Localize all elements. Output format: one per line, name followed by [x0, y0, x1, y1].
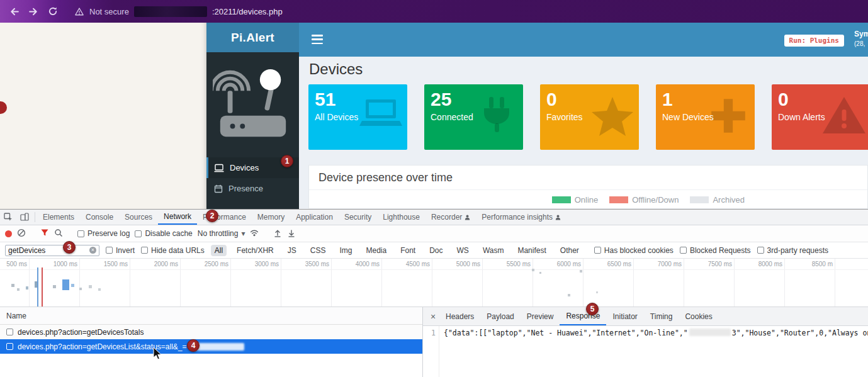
run-plugins-button[interactable]: Run: Plugins	[784, 35, 844, 47]
forward-icon[interactable]	[28, 6, 39, 17]
throttling-select[interactable]: No throttling▾	[198, 229, 245, 238]
tab-payload[interactable]: Payload	[480, 307, 520, 325]
tab-response[interactable]: Response	[560, 307, 606, 325]
timeline-tick: 3500 ms	[281, 259, 332, 307]
tab-security[interactable]: Security	[339, 210, 377, 225]
blocked-requests-checkbox[interactable]: Blocked Requests	[680, 246, 751, 255]
redacted-response-value	[689, 329, 731, 336]
tab-elements[interactable]: Elements	[37, 210, 80, 225]
checkbox[interactable]	[141, 247, 148, 254]
tab-timing[interactable]: Timing	[644, 307, 679, 325]
checkbox[interactable]	[6, 343, 13, 350]
checkbox[interactable]	[594, 247, 601, 254]
search-icon[interactable]	[54, 228, 63, 239]
card-label: All Devices	[308, 110, 407, 122]
not-secure-label: Not secure	[89, 7, 129, 16]
inspect-element-icon[interactable]	[0, 210, 16, 225]
tab-memory[interactable]: Memory	[252, 210, 290, 225]
presence-panel: Device presence over time Online Offline…	[308, 165, 868, 209]
checkbox[interactable]	[757, 247, 764, 254]
tab-sources[interactable]: Sources	[119, 210, 158, 225]
menu-toggle-icon[interactable]	[312, 35, 323, 44]
clear-filter-icon[interactable]: ×	[89, 247, 96, 254]
reload-icon[interactable]	[48, 6, 58, 16]
checkbox[interactable]	[6, 329, 13, 335]
card-all-devices[interactable]: 51 All Devices	[308, 84, 407, 150]
card-favorites[interactable]: 0 Favorites	[540, 84, 639, 150]
hide-data-urls-checkbox[interactable]: Hide data URLs	[141, 246, 205, 255]
network-overview-timeline[interactable]: 500 ms 1000 ms 1500 ms 2000 ms 2500 ms 3…	[0, 259, 868, 307]
user-meta: (28,	[854, 40, 868, 47]
card-connected[interactable]: 25 Connected	[424, 84, 523, 150]
filter-type-ws[interactable]: WS	[453, 245, 473, 256]
selected-request-bar	[62, 279, 69, 290]
tab-cookies[interactable]: Cookies	[679, 307, 718, 325]
request-row[interactable]: devices.php?action=getDevicesTotals	[0, 325, 422, 339]
filter-type-media[interactable]: Media	[362, 245, 390, 256]
tab-performance-insights[interactable]: Performance insights	[476, 210, 566, 225]
requests-table-header[interactable]: Name	[0, 307, 422, 325]
checkbox[interactable]	[135, 230, 142, 237]
preserve-log-checkbox[interactable]: Preserve log	[77, 229, 130, 238]
request-name: devices.php?action=getDevicesTotals	[18, 328, 144, 337]
filter-type-manifest[interactable]: Manifest	[514, 245, 550, 256]
tab-preview[interactable]: Preview	[521, 307, 560, 325]
legend-label: Archived	[713, 195, 745, 205]
filter-type-js[interactable]: JS	[284, 245, 300, 256]
tab-lighthouse[interactable]: Lighthouse	[377, 210, 426, 225]
requests-table: Name devices.php?action=getDevicesTotals…	[0, 307, 423, 377]
timeline-tick: 5000 ms	[432, 259, 483, 307]
card-new-devices[interactable]: 1 New Devices	[656, 84, 755, 150]
timeline-activity-mark	[580, 270, 582, 273]
filter-type-wasm[interactable]: Wasm	[479, 245, 508, 256]
checkbox[interactable]	[77, 230, 84, 237]
back-icon[interactable]	[9, 6, 20, 17]
tab-headers[interactable]: Headers	[439, 307, 480, 325]
filter-icon[interactable]	[40, 228, 49, 239]
divider	[309, 189, 867, 190]
devtools-tabbar: Elements Console Sources Network Perform…	[0, 210, 868, 225]
sidebar-item-presence[interactable]: Presence	[206, 178, 299, 199]
tab-application[interactable]: Application	[290, 210, 339, 225]
tab-initiator[interactable]: Initiator	[606, 307, 643, 325]
header-user-info[interactable]: Sym (28,	[854, 30, 868, 47]
tab-console[interactable]: Console	[80, 210, 119, 225]
has-blocked-cookies-checkbox[interactable]: Has blocked cookies	[594, 246, 674, 255]
timeline-tick: 4000 ms	[332, 259, 382, 307]
response-viewer[interactable]: 1 {"data":[["laptop","Net - Huawei","Int…	[423, 326, 868, 377]
app-brand[interactable]: Pi.Alert	[206, 23, 299, 52]
close-icon[interactable]: ×	[427, 307, 439, 325]
app-sidebar: Pi.Alert Devices Presence	[206, 23, 299, 209]
card-down-alerts[interactable]: 0 Down Alerts	[772, 84, 868, 150]
filter-type-css[interactable]: CSS	[307, 245, 330, 256]
tab-network[interactable]: Network	[158, 210, 197, 225]
disable-cache-checkbox[interactable]: Disable cache	[135, 229, 192, 238]
filter-type-all[interactable]: All	[211, 245, 227, 256]
record-icon[interactable]	[5, 230, 12, 237]
timeline-tick: 7000 ms	[634, 259, 684, 307]
address-bar[interactable]: Not secure :20211/devices.php	[74, 6, 283, 17]
checkbox[interactable]	[680, 247, 687, 254]
network-conditions-icon[interactable]	[250, 228, 259, 239]
annotation-badge-5: 5	[586, 303, 599, 315]
page-title: Devices	[309, 60, 363, 78]
timeline-activity-mark	[53, 285, 56, 288]
filter-type-fetch[interactable]: Fetch/XHR	[233, 245, 278, 256]
filter-type-doc[interactable]: Doc	[426, 245, 446, 256]
device-toolbar-icon[interactable]	[16, 210, 33, 225]
clear-icon[interactable]	[17, 228, 26, 239]
name-column-header[interactable]: Name	[6, 312, 26, 320]
tab-performance[interactable]: Performance	[197, 210, 252, 225]
har-import-icon[interactable]	[273, 228, 282, 239]
invert-checkbox[interactable]: Invert	[106, 246, 135, 255]
har-export-icon[interactable]	[287, 228, 296, 239]
legend-item-online: Online	[552, 195, 599, 205]
filter-input[interactable]: getDevices ×	[5, 245, 99, 256]
request-row-selected[interactable]: devices.php?action=getDevicesList&status…	[0, 339, 422, 354]
filter-type-img[interactable]: Img	[335, 245, 356, 256]
filter-type-other[interactable]: Other	[556, 245, 583, 256]
filter-type-font[interactable]: Font	[397, 245, 419, 256]
tab-recorder[interactable]: Recorder	[426, 210, 476, 225]
checkbox[interactable]	[106, 247, 113, 254]
third-party-requests-checkbox[interactable]: 3rd-party requests	[757, 246, 828, 255]
